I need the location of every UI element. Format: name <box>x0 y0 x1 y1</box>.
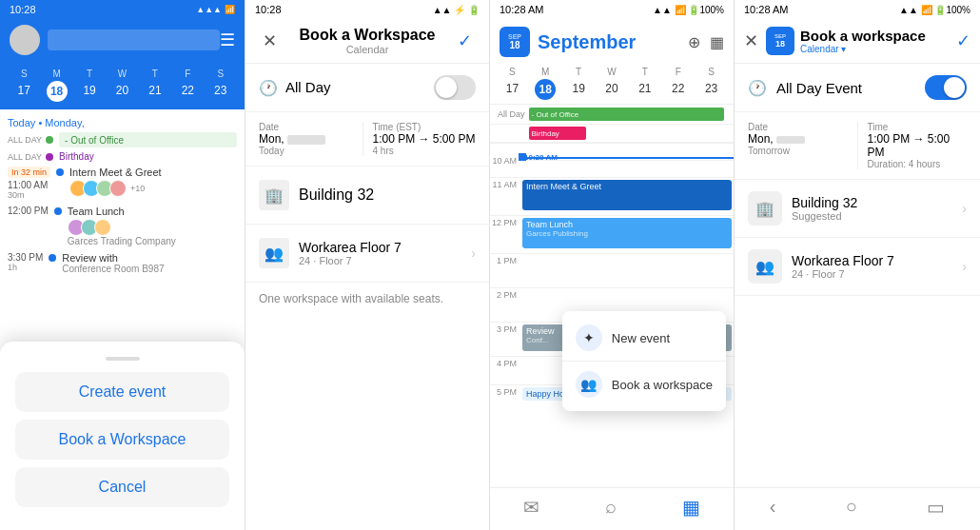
header-title-2: Book a Workspace Calendar <box>281 27 454 55</box>
book-workspace-menu-item[interactable]: 👥 Book a workspace <box>562 362 726 407</box>
event-info-intern: Intern Meet & Greet +10 <box>69 167 237 197</box>
search-icon-3[interactable]: ⊕ <box>688 33 700 51</box>
home-nav-icon[interactable]: ○ <box>846 496 857 519</box>
status-bar-2: 10:28 ▲▲ ⚡ 🔋 <box>245 0 489 19</box>
allday-event-birthday[interactable]: ALL DAY Birthday <box>0 149 245 164</box>
days-of-week: S M T W T F S <box>8 67 237 81</box>
event-info-lunch: Team Lunch Garces Trading Company <box>68 206 237 246</box>
allday-label-p2: All Day <box>285 79 331 95</box>
clock-icon: 🕐 <box>259 79 285 97</box>
book-workspace-label: Book a workspace <box>612 378 713 392</box>
building-name-p2: Building 32 <box>299 186 476 204</box>
building-section-row[interactable]: 🏢 Building 32 Suggested › <box>735 180 980 238</box>
avatar[interactable] <box>10 25 40 55</box>
event-block-lunch[interactable]: Team Lunch Garces Publishing <box>522 218 732 248</box>
time-col-sub: Duration: 4 hours <box>868 159 968 169</box>
calendar-days-3: 17 18 19 20 21 22 23 <box>490 79 734 104</box>
context-menu: ✦ New event 👥 Book a workspace <box>562 311 726 411</box>
workspace-section-row[interactable]: 👥 Workarea Floor 7 24 · Floor 7 › <box>735 238 980 296</box>
outofoffice-bar: - Out of Office <box>59 132 237 147</box>
building-chevron: › <box>962 201 967 216</box>
birthday-label: Birthday <box>59 151 94 162</box>
allday-event-outofoffice[interactable]: ALL DAY - Out of Office <box>0 130 245 149</box>
panel-book-workspace: 10:28 ▲▲ ⚡ 🔋 ✕ Book a Workspace Calendar… <box>245 0 489 530</box>
time-value: 1:00 PM → 5:00 PM <box>373 132 477 146</box>
recent-nav-icon[interactable]: ▭ <box>927 496 945 519</box>
menu-icon[interactable]: ☰ <box>220 29 235 50</box>
cancel-button[interactable]: Cancel <box>15 467 229 507</box>
close-button-4[interactable]: ✕ <box>744 30 758 51</box>
timeline: All Day - Out of Office All Day Birthday… <box>490 104 734 487</box>
lunch-location: Garces Trading Company <box>68 236 237 246</box>
grid-icon-3[interactable]: ▦ <box>710 33 724 51</box>
date-sub: Today <box>259 146 363 156</box>
date-section: Date Mon, Today <box>259 122 363 156</box>
back-nav-icon[interactable]: ‹ <box>770 496 776 519</box>
building-row[interactable]: 🏢 Building 32 <box>245 167 489 225</box>
calendar-icon-4: SEP 18 <box>766 27 794 55</box>
event-info-review: Review with Conference Room B987 <box>62 252 237 274</box>
event-title-intern: Intern Meet & Greet <box>69 167 237 178</box>
available-text: One workspace with available seats. <box>245 283 489 315</box>
time-section: Time (EST) 1:00 PM → 5:00 PM 4 hrs <box>363 122 477 156</box>
allday-event-label: All Day Event <box>776 80 925 96</box>
time-2: 10:28 <box>255 4 282 15</box>
hour-10am: 10 AM 10:28 AM <box>490 143 734 177</box>
hour-12pm-events: Team Lunch Garces Publishing <box>520 216 734 250</box>
workspace-row[interactable]: 👥 Workarea Floor 7 24 · Floor 7 › <box>245 225 489 283</box>
allday-event-row: 🕐 All Day Event <box>735 64 980 112</box>
event-badge: In 32 min <box>8 167 50 178</box>
create-event-button[interactable]: Create event <box>15 372 229 412</box>
workspace-capacity: 24 <box>299 255 310 266</box>
new-event-menu-item[interactable]: ✦ New event <box>562 315 726 361</box>
allday-content: All Day <box>285 79 434 96</box>
new-event-icon: ✦ <box>576 324 602 351</box>
calendar-nav-icon[interactable]: ▦ <box>682 496 700 519</box>
signal-icons-1: ▲▲▲ 📶 <box>196 5 235 14</box>
event-team-lunch[interactable]: 12:00 PM Team Lunch Garces Trading Compa… <box>0 203 245 249</box>
workspace-title-4: Workarea Floor 7 <box>792 253 962 268</box>
check-button-2[interactable]: ✓ <box>454 27 476 55</box>
allday-section: All Day - Out of Office <box>490 105 734 125</box>
date-col: Date Mon, Tomorrow <box>748 122 848 169</box>
datetime-row-4[interactable]: Date Mon, Tomorrow Time 1:00 PM → 5:00 P… <box>735 112 980 180</box>
month-title: September <box>538 31 636 53</box>
allday-row-2: 🕐 All Day <box>245 64 489 112</box>
event-block-intern[interactable]: Intern Meet & Greet <box>522 180 732 210</box>
date-col-val: Mon, <box>748 132 848 146</box>
header-icons-3: ⊕ ▦ <box>688 33 724 51</box>
sheet-handle <box>106 357 140 361</box>
event-title-review: Review with <box>62 252 237 264</box>
bottom-nav-3: ✉ ⌕ ▦ <box>490 487 734 530</box>
book-workspace-icon: 👥 <box>576 371 602 398</box>
date-value: Mon, <box>259 132 363 146</box>
workspace-section-icon: 👥 <box>748 249 782 284</box>
datetime-row[interactable]: Date Mon, Today Time (EST) 1:00 PM → 5:0… <box>245 112 489 167</box>
building-section-icon: 🏢 <box>748 191 782 226</box>
check-button-4[interactable]: ✓ <box>956 30 970 51</box>
event-intern-meet[interactable]: In 32 min 11:00 AM 30m Intern Meet & Gre… <box>0 164 245 203</box>
review-time: 3:30 PM <box>8 252 43 263</box>
time-col: Time 1:00 PM → 5:00 PM Duration: 4 hours <box>857 122 968 169</box>
workspace-chevron-4: › <box>962 259 967 274</box>
mail-nav-icon[interactable]: ✉ <box>523 496 539 519</box>
event-title-lunch: Team Lunch <box>68 206 237 217</box>
allday-toggle-4[interactable] <box>925 75 967 100</box>
date-col-sub: Tomorrow <box>748 146 848 156</box>
header-main-title-4: Book a workspace <box>800 28 956 44</box>
action-sheet: Create event Book a Workspace Cancel <box>0 342 245 530</box>
more-count: +10 <box>130 184 145 193</box>
current-time-label: 10:28 AM <box>524 153 558 162</box>
workspace-icon: 👥 <box>259 238 289 268</box>
toggle-knob-4 <box>944 77 965 98</box>
allday-toggle[interactable] <box>434 75 476 100</box>
close-button-2[interactable]: ✕ <box>259 27 281 55</box>
hour-12pm: 12 PM Team Lunch Garces Publishing <box>490 215 734 253</box>
hour-11am: 11 AM Intern Meet & Greet <box>490 177 734 215</box>
mini-calendar: S M T W T F S 17 18 19 20 21 22 23 <box>0 63 245 109</box>
workspace-sub-4: 24 · Floor 7 <box>792 268 962 280</box>
event-dot-intern <box>56 168 64 176</box>
event-review[interactable]: 3:30 PM 1h Review with Conference Room B… <box>0 249 245 277</box>
search-nav-icon[interactable]: ⌕ <box>605 496 617 519</box>
book-workspace-button[interactable]: Book a Workspace <box>15 420 229 460</box>
